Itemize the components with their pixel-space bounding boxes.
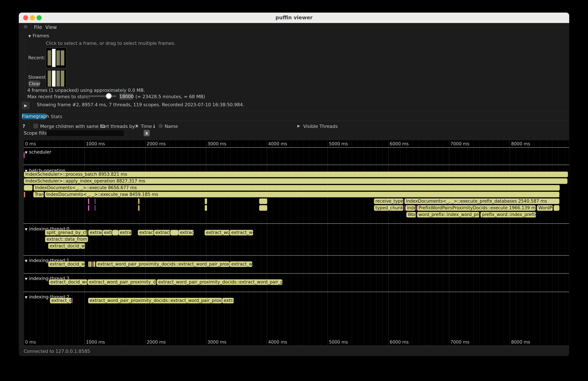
- scope-bar-small[interactable]: [92, 261, 94, 267]
- scope-bar-small[interactable]: [88, 198, 89, 204]
- thread-header-scheduler[interactable]: ▼scheduler: [25, 149, 51, 155]
- tab-flamegraph[interactable]: Flamegraph: [22, 113, 46, 119]
- play-button[interactable]: ▶: [22, 102, 30, 109]
- tab-stats[interactable]: Stats: [51, 114, 62, 119]
- scope-bar[interactable]: extract_: [138, 230, 154, 235]
- theme-toggle-icon[interactable]: ☼: [23, 24, 28, 30]
- scope-bar-small[interactable]: [72, 298, 73, 303]
- slowest-thumbnail[interactable]: [46, 69, 67, 88]
- scope-bar[interactable]: prefix_word::index_prefix_wo: [481, 212, 536, 217]
- sort-time-label[interactable]: Time: [141, 124, 152, 129]
- scope-bar[interactable]: IndexDocuments<_, _>::execute_prefix_dat…: [404, 198, 560, 204]
- frames-section-header[interactable]: ▼Frames: [28, 33, 49, 38]
- max-frames-value[interactable]: 18000: [119, 93, 133, 100]
- titlebar[interactable]: puffin viewer: [19, 13, 569, 23]
- gridline-minor: [97, 140, 97, 345]
- scope-bar-small[interactable]: [24, 185, 33, 191]
- tick-label: 1000 ms: [86, 339, 105, 345]
- gridline-minor: [315, 140, 316, 345]
- scope-bar-small[interactable]: [95, 198, 95, 204]
- scope-bar[interactable]: extract_doc: [50, 298, 72, 303]
- frame-bar: [48, 50, 51, 65]
- collapse-triangle-icon: ▼: [28, 34, 31, 38]
- scope-bar-small[interactable]: [259, 198, 267, 204]
- help-button[interactable]: ?: [22, 124, 25, 129]
- scope-bar[interactable]: extrac: [222, 298, 234, 303]
- scope-bar-small[interactable]: [138, 205, 140, 211]
- collapse-triangle-icon: ▼: [25, 259, 27, 263]
- scope-bar-small[interactable]: [138, 198, 140, 204]
- scope-bar[interactable]: Word: [406, 212, 416, 217]
- gridline-minor: [516, 140, 516, 345]
- thread-separator: [23, 292, 569, 292]
- gridline-minor: [473, 140, 474, 345]
- scope-bar[interactable]: Trans: [33, 192, 44, 197]
- scope-bar-small[interactable]: [24, 152, 25, 158]
- slider-knob[interactable]: [106, 93, 112, 99]
- scope-bar[interactable]: extract::data_from_ob: [45, 236, 88, 242]
- sort-time-radio[interactable]: [135, 124, 139, 128]
- visible-threads-triangle-icon[interactable]: ▶: [297, 124, 300, 128]
- scope-bar-small[interactable]: [90, 261, 92, 267]
- scope-bar[interactable]: extract_docid_word: [48, 261, 85, 267]
- scope-bar-small[interactable]: [205, 198, 207, 204]
- scope-bar-small[interactable]: [416, 205, 417, 211]
- scope-bar-small[interactable]: [205, 205, 207, 211]
- tick-label: 7000 ms: [450, 339, 469, 345]
- scope-bar[interactable]: extra: [103, 230, 112, 235]
- scope-bar[interactable]: IndexDocuments<_, _>::execute_raw 8459.1…: [45, 192, 560, 197]
- scope-bar[interactable]: extract: [88, 230, 103, 235]
- menu-view[interactable]: View: [45, 24, 57, 30]
- scope-bar[interactable]: receive_typed_: [374, 198, 403, 204]
- scope-bar[interactable]: extract_word_pair_proximity_docids::extr…: [96, 261, 230, 267]
- scope-bar-small[interactable]: [88, 261, 90, 267]
- scope-bar-small[interactable]: [94, 261, 95, 267]
- merge-children-checkbox[interactable]: [33, 124, 38, 128]
- sort-direction-icon[interactable]: ↓: [152, 124, 156, 129]
- recent-thumbnail[interactable]: [46, 48, 67, 68]
- sort-name-radio[interactable]: [159, 124, 163, 128]
- scope-bar[interactable]: extract_docid_word: [49, 279, 87, 285]
- gridline-minor: [285, 140, 285, 345]
- scope-filter-input[interactable]: [46, 130, 124, 136]
- merge-children-label: Merge children with same ID: [40, 124, 105, 129]
- scope-bar[interactable]: extract_word: [205, 230, 230, 235]
- scope-bar-small[interactable]: [554, 205, 560, 211]
- sort-name-label[interactable]: Name: [165, 124, 178, 129]
- clear-filter-button[interactable]: x: [144, 130, 150, 136]
- scope-bar[interactable]: IndexScheduler>::process_batch 8953.821 …: [24, 171, 568, 177]
- scope-bar[interactable]: IndexScheduler>::apply_index_operation 8…: [24, 178, 567, 184]
- scope-bar[interactable]: typed_chunk::w: [374, 205, 403, 211]
- scope-bar[interactable]: extract_word_pair_proximity_docids: [88, 279, 156, 285]
- scope-bar[interactable]: extract_wo: [230, 261, 252, 267]
- scope-bar-small[interactable]: [95, 205, 95, 211]
- scope-bar[interactable]: extract: [178, 230, 194, 235]
- scope-bar-small[interactable]: [112, 230, 119, 235]
- scope-bar[interactable]: index: [405, 205, 416, 211]
- gridline-minor: [504, 140, 504, 345]
- visible-threads-header[interactable]: Visible Threads: [303, 124, 338, 129]
- scope-bar[interactable]: extract_word_pair_proximity_docids::extr…: [157, 279, 282, 285]
- scope-bar[interactable]: extract_word_pair_proximity_docids::extr…: [88, 298, 222, 303]
- scope-bar[interactable]: extract_: [154, 230, 170, 235]
- scope-bar-small[interactable]: [259, 205, 267, 211]
- clear-button[interactable]: Clear: [28, 81, 40, 87]
- scope-bar[interactable]: extract_wo: [230, 230, 253, 235]
- scope-bar[interactable]: WordPr: [537, 205, 553, 211]
- gridline-minor: [127, 140, 127, 345]
- scope-bar[interactable]: split_grenad_by_chun: [45, 230, 87, 235]
- scope-bar-small[interactable]: [24, 192, 25, 197]
- menu-file[interactable]: File: [34, 24, 42, 30]
- scope-bar-small[interactable]: [404, 205, 405, 211]
- scope-bar[interactable]: IndexDocuments<_, _>::execute 8656.677 m…: [34, 185, 560, 191]
- scope-bar-small[interactable]: [87, 230, 88, 235]
- timeline[interactable]: 0 ms0 ms1000 ms1000 ms2000 ms2000 ms3000…: [23, 140, 569, 345]
- scope-bar-small[interactable]: [88, 205, 89, 211]
- scope-bar[interactable]: extrac: [119, 230, 132, 235]
- scope-bar[interactable]: extract_docid_word: [48, 243, 85, 249]
- tick-label: 5000 ms: [329, 141, 348, 146]
- frame-bar: [61, 50, 64, 65]
- scope-bar[interactable]: word_prefix::index_word_prefix_: [417, 212, 480, 217]
- scope-bar[interactable]: PrefixWordPairsProximityDocids::execute …: [417, 205, 536, 211]
- scope-bar-small[interactable]: [170, 230, 178, 235]
